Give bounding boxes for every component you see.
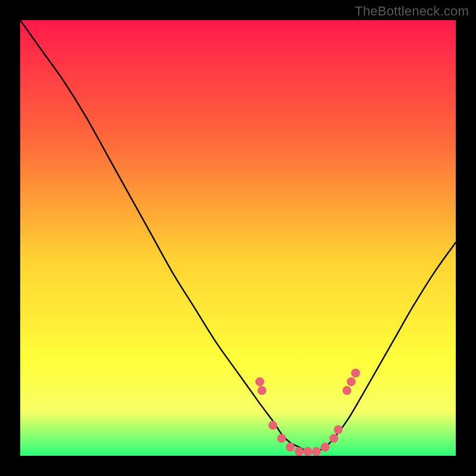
watermark-text: TheBottleneck.com — [355, 4, 469, 19]
marker-point — [268, 421, 277, 430]
marker-point — [255, 377, 264, 386]
marker-point — [351, 368, 360, 377]
marker-point — [277, 434, 286, 443]
marker-point — [312, 447, 321, 456]
marker-point — [343, 386, 352, 395]
gradient-background — [20, 20, 456, 456]
marker-point — [347, 377, 356, 386]
marker-point — [286, 443, 295, 452]
marker-point — [303, 447, 312, 456]
marker-point — [258, 386, 267, 395]
marker-point — [330, 434, 339, 443]
chart-frame: TheBottleneck.com — [0, 0, 476, 476]
marker-point — [295, 447, 303, 456]
marker-point — [321, 443, 330, 452]
bottleneck-chart — [20, 20, 456, 456]
marker-point — [334, 425, 343, 434]
